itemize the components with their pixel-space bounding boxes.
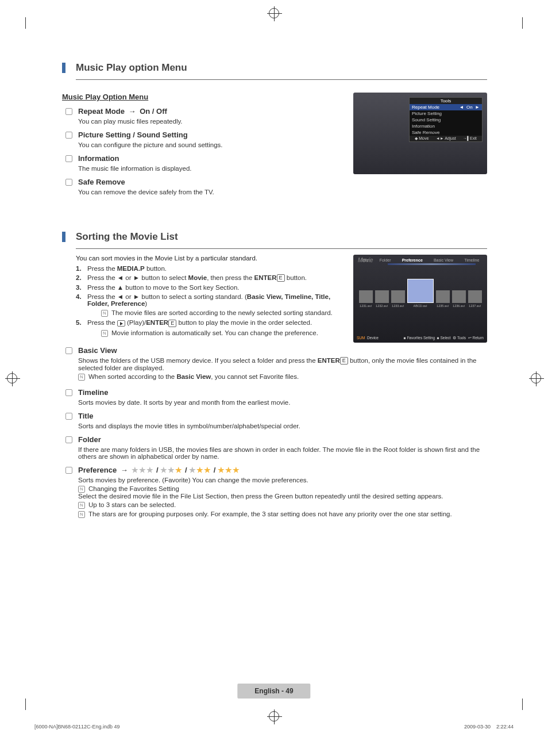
bullet-icon	[65, 155, 72, 162]
sort-option-item: TimelineSorts movies by date. It sorts b…	[65, 388, 487, 406]
tools-row: Sound Setting	[410, 117, 482, 123]
option-item: Repeat Mode → On / OffYou can play music…	[65, 107, 344, 125]
section-rule	[76, 248, 487, 249]
option-note: NUp to 3 stars can be selected.	[78, 501, 487, 509]
option-desc: Sorts movies by date. It sorts by year a…	[78, 399, 487, 406]
movie-screen-title: Movie	[358, 257, 373, 263]
sort-option-item: FolderIf there are many folders in USB, …	[65, 435, 487, 460]
section-title: Sorting the Movie List	[76, 231, 487, 243]
sort-option-item: Preference → ★★★ / ★★★ / ★★★ / ★★★Sorts …	[65, 466, 487, 520]
step-note: NMovie information is automatically set.…	[101, 329, 344, 337]
step: 4.Press the ◄ or ► button to select a so…	[76, 293, 344, 307]
option-desc: You can configure the picture and sound …	[78, 141, 344, 148]
registration-mark-bottom	[269, 711, 279, 722]
option-desc: Sorts movies by preference. (Favorite) Y…	[78, 477, 487, 483]
print-footer: [6000-NA]BN68-02112C-Eng.indb 49 2009-03…	[34, 724, 514, 730]
tools-panel-title: Tools	[410, 98, 482, 104]
option-desc: You can remove the device safely from th…	[78, 189, 344, 195]
heading-bar-icon	[62, 232, 65, 242]
sort-option-item: Basic ViewShows the folders of the USB m…	[65, 346, 487, 382]
crop-mark	[25, 699, 26, 710]
section-heading-sort: Sorting the Movie List	[62, 231, 487, 243]
tools-foot-move: ◆ Move	[415, 136, 429, 141]
note-icon: N	[78, 374, 85, 381]
option-desc: Shows the folders of the USB memory devi…	[78, 357, 487, 371]
movie-list-screenshot: Movie TitleFolderPreferenceBasic ViewTim…	[353, 255, 487, 343]
note-icon: N	[78, 502, 85, 509]
option-desc: If there are many folders in USB, the mo…	[78, 446, 487, 460]
enter-icon: E	[277, 274, 285, 282]
enter-icon: E	[168, 320, 176, 327]
option-item: Safe RemoveYou can remove the device saf…	[65, 178, 344, 195]
tools-foot-adjust: ◄► Adjust	[436, 136, 456, 141]
tools-foot-exit: →▌Exit	[463, 136, 477, 141]
bullet-icon	[65, 389, 72, 396]
movie-thumb-label: 1232.avi	[375, 304, 389, 308]
movie-thumb	[407, 279, 434, 303]
sort-slider	[388, 263, 476, 265]
step: 1.Press the MEDIA.P button.	[76, 265, 344, 272]
section-title: Music Play option Menu	[76, 62, 487, 74]
note-icon: N	[78, 486, 85, 493]
crop-mark	[25, 17, 26, 29]
tools-menu-screenshot: Tools Repeat Mode◄ On ►Picture SettingSo…	[353, 93, 487, 174]
sort-option-item: TitleSorts and displays the movie titles…	[65, 412, 487, 429]
foot-sum: SUM	[357, 336, 365, 340]
step: 5.Press the (Play)/ENTERE button to play…	[76, 319, 344, 327]
note-icon: N	[78, 511, 85, 518]
movie-thumb-label: 1237.avi	[468, 304, 482, 308]
print-footer-file: [6000-NA]BN68-02112C-Eng.indb 49	[34, 724, 120, 730]
bullet-icon	[65, 132, 72, 139]
tools-row: Safe Remove	[410, 129, 482, 136]
movie-thumb	[436, 290, 450, 303]
movie-thumb-label: 1233.avi	[391, 304, 405, 308]
sort-steps-list: 1.Press the MEDIA.P button.2.Press the ◄…	[76, 265, 344, 337]
step: 3.Press the ▲ button to move to the Sort…	[76, 284, 344, 291]
tools-row: Repeat Mode◄ On ►	[410, 104, 482, 110]
movie-tab: Folder	[380, 258, 391, 262]
crop-mark	[522, 17, 523, 29]
page-number-badge: English - 49	[237, 684, 310, 699]
movie-tab: Timeline	[464, 258, 479, 262]
note-icon: N	[101, 310, 108, 317]
note-icon: N	[101, 330, 108, 337]
movie-thumb	[375, 290, 389, 303]
bullet-icon	[65, 467, 72, 474]
foot-device: Device	[367, 336, 379, 340]
option-desc: Sorts and displays the movie titles in s…	[78, 423, 487, 429]
movie-thumb-label: 1231.avi	[359, 304, 373, 308]
option-note: NChanging the Favorites SettingSelect th…	[78, 485, 487, 500]
tools-row: Picture Setting	[410, 110, 482, 117]
enter-icon: E	[340, 357, 348, 364]
registration-mark-right	[531, 373, 541, 383]
tools-row: Information	[410, 123, 482, 129]
option-desc: The music file information is displayed.	[78, 165, 344, 172]
page-content: Music Play option Menu Tools Repeat Mode…	[62, 52, 487, 522]
movie-thumb-label: ABCD.avi	[407, 304, 434, 308]
tools-panel-footer: ◆ Move ◄► Adjust →▌Exit	[410, 136, 482, 141]
section-rule	[76, 79, 487, 80]
option-note: NWhen sorted according to the Basic View…	[78, 373, 487, 381]
movie-tab: Basic View	[434, 258, 453, 262]
tools-panel: Tools Repeat Mode◄ On ►Picture SettingSo…	[409, 97, 483, 142]
crop-mark	[522, 699, 523, 710]
play-icon	[117, 320, 125, 327]
print-footer-timestamp: 2009-03-30 2:22:44	[464, 724, 514, 730]
heading-bar-icon	[62, 63, 65, 73]
movie-thumb-label: 1235.avi	[436, 304, 450, 308]
movie-thumb-label: 1236.avi	[452, 304, 466, 308]
option-desc: You can play music files repeatedly.	[78, 118, 344, 125]
movie-foot-right: ■ Favorites Setting ■ Select ⚙ Tools ↩ R…	[404, 336, 484, 340]
movie-thumbnail-strip: 1231.avi1232.avi1233.aviABCD.avi1235.avi…	[353, 265, 487, 313]
sort-intro: You can sort movies in the Movie List by…	[76, 255, 344, 262]
movie-tab: Preference	[402, 258, 423, 262]
registration-mark-left	[7, 373, 17, 383]
option-item: InformationThe music file information is…	[65, 154, 344, 172]
step-note: NThe movie files are sorted according to…	[101, 309, 344, 317]
bullet-icon	[65, 108, 72, 115]
option-item: Picture Setting / Sound SettingYou can c…	[65, 131, 344, 148]
movie-thumb	[359, 290, 373, 303]
movie-thumb	[452, 290, 466, 303]
option-note: NThe stars are for grouping purposes onl…	[78, 511, 487, 518]
bullet-icon	[65, 436, 72, 443]
